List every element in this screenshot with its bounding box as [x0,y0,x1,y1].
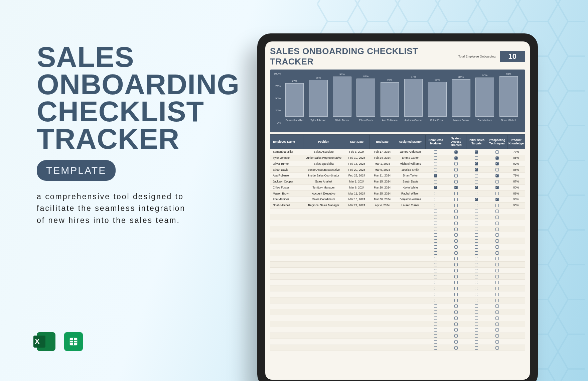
checkbox[interactable] [454,192,458,195]
checkbox[interactable] [434,263,437,266]
checkbox[interactable] [475,263,478,266]
checkbox[interactable] [475,150,478,154]
checkbox[interactable] [434,269,437,272]
checkbox[interactable] [434,275,437,278]
checkbox[interactable] [434,340,437,344]
checkbox[interactable] [454,263,458,266]
checkbox[interactable] [454,323,458,326]
checkbox[interactable] [454,150,458,154]
checkbox[interactable] [454,186,458,189]
checkbox[interactable] [434,293,437,296]
checkbox[interactable] [475,210,478,213]
checkbox[interactable] [454,304,458,308]
checkbox[interactable] [475,186,478,189]
checkbox[interactable] [454,316,458,320]
checkbox[interactable] [475,340,478,344]
checkbox[interactable] [495,275,499,278]
checkbox[interactable] [495,340,499,344]
checkbox[interactable] [454,334,458,338]
checkbox[interactable] [495,198,499,201]
checkbox[interactable] [495,310,499,314]
checkbox[interactable] [434,150,437,154]
checkbox[interactable] [475,334,478,338]
checkbox[interactable] [454,174,458,177]
checkbox[interactable] [434,299,437,302]
checkbox[interactable] [434,156,437,160]
checkbox[interactable] [475,156,478,160]
checkbox[interactable] [475,216,478,219]
checkbox[interactable] [454,233,458,237]
checkbox[interactable] [475,287,478,290]
checkbox[interactable] [434,168,437,171]
checkbox[interactable] [454,198,458,201]
checkbox[interactable] [495,162,499,165]
checkbox[interactable] [475,299,478,302]
checkbox[interactable] [495,192,499,195]
checkbox[interactable] [475,192,478,195]
checkbox[interactable] [475,328,478,332]
checkbox[interactable] [434,204,437,207]
checkbox[interactable] [454,281,458,284]
checkbox[interactable] [434,287,437,290]
checkbox[interactable] [454,210,458,213]
checkbox[interactable] [495,346,499,350]
checkbox[interactable] [475,293,478,296]
checkbox[interactable] [495,174,499,177]
checkbox[interactable] [495,228,499,231]
checkbox[interactable] [475,228,478,231]
checkbox[interactable] [495,245,499,249]
checkbox[interactable] [475,198,478,201]
checkbox[interactable] [434,228,437,231]
checkbox[interactable] [475,251,478,255]
checkbox[interactable] [495,150,499,154]
checkbox[interactable] [454,287,458,290]
checkbox[interactable] [454,239,458,243]
checkbox[interactable] [495,263,499,266]
checkbox[interactable] [434,192,437,195]
checkbox[interactable] [454,204,458,207]
checkbox[interactable] [454,346,458,350]
checkbox[interactable] [434,346,437,350]
checkbox[interactable] [475,316,478,320]
checkbox[interactable] [454,180,458,183]
checkbox[interactable] [495,239,499,243]
checkbox[interactable] [454,275,458,278]
checkbox[interactable] [495,287,499,290]
checkbox[interactable] [495,304,499,308]
checkbox[interactable] [434,210,437,213]
checkbox[interactable] [434,281,437,284]
checkbox[interactable] [434,180,437,183]
checkbox[interactable] [495,168,499,171]
checkbox[interactable] [454,257,458,260]
checkbox[interactable] [434,316,437,320]
checkbox[interactable] [475,275,478,278]
checkbox[interactable] [475,323,478,326]
checkbox[interactable] [495,328,499,332]
checkbox[interactable] [495,233,499,237]
checkbox[interactable] [475,168,478,171]
checkbox[interactable] [495,186,499,189]
checkbox[interactable] [475,269,478,272]
checkbox[interactable] [434,251,437,255]
checkbox[interactable] [475,174,478,177]
checkbox[interactable] [454,156,458,160]
checkbox[interactable] [454,299,458,302]
checkbox[interactable] [495,204,499,207]
checkbox[interactable] [434,310,437,314]
checkbox[interactable] [454,340,458,344]
checkbox[interactable] [454,245,458,249]
checkbox[interactable] [495,293,499,296]
checkbox[interactable] [495,269,499,272]
checkbox[interactable] [495,222,499,225]
checkbox[interactable] [495,323,499,326]
checkbox[interactable] [434,186,437,189]
checkbox[interactable] [454,269,458,272]
checkbox[interactable] [454,251,458,255]
checkbox[interactable] [434,304,437,308]
checkbox[interactable] [434,245,437,249]
checkbox[interactable] [434,216,437,219]
checkbox[interactable] [454,228,458,231]
checkbox[interactable] [495,210,499,213]
checkbox[interactable] [434,233,437,237]
checkbox[interactable] [454,293,458,296]
